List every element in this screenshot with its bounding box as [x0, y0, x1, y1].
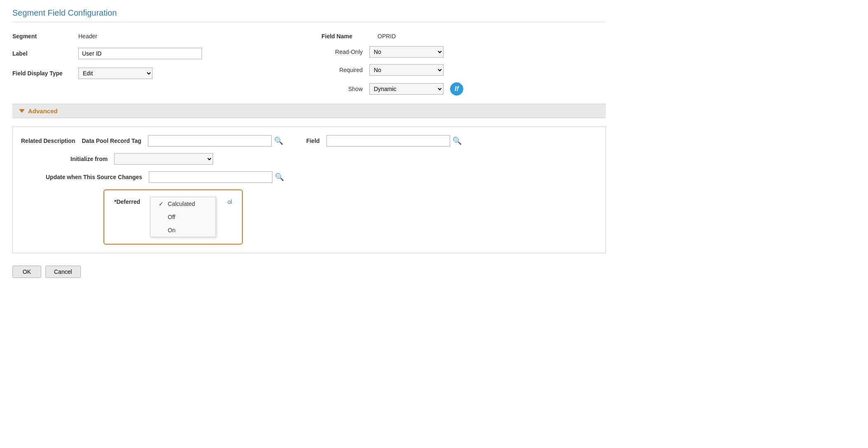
read-only-row: Read-Only No Yes [321, 46, 606, 58]
checkmark-icon: ✓ [159, 201, 164, 207]
data-pool-record-tag-wrap: 🔍 [148, 135, 283, 147]
page-container: Segment Field Configuration Segment Head… [0, 0, 618, 290]
field-display-type-select[interactable]: Edit Display Only Hidden [78, 68, 152, 79]
deferred-box: *Deferred ✓ Calculated Off [103, 189, 243, 245]
update-when-wrap: 🔍 [149, 171, 284, 183]
field-name-label: Field Name [321, 33, 371, 40]
right-col: Field Name OPRID Read-Only No Yes Requir… [321, 33, 606, 96]
deferred-option-calculated[interactable]: ✓ Calculated [150, 197, 216, 210]
deferred-option-calculated-label: Calculated [168, 201, 195, 207]
update-when-label: Update when This Source Changes [46, 174, 142, 180]
no-checkmark-on [159, 227, 164, 233]
top-row: Segment Header Label Field Display Type … [12, 33, 606, 96]
advanced-header[interactable]: Advanced [12, 104, 606, 118]
field-display-type-label: Field Display Type [12, 70, 70, 77]
field-name-row: Field Name OPRID [321, 33, 606, 40]
update-when-search-button[interactable]: 🔍 [275, 173, 284, 182]
initialize-from-row: Initialize from Option1 Option2 [21, 153, 597, 165]
deferred-label: *Deferred [114, 197, 140, 205]
left-col: Segment Header Label Field Display Type … [12, 33, 297, 79]
segment-value: Header [78, 33, 97, 40]
ol-text: ol [228, 197, 232, 205]
if-button[interactable]: If [450, 82, 463, 96]
field-display-type-row: Field Display Type Edit Display Only Hid… [12, 68, 297, 79]
deferred-container: *Deferred ✓ Calculated Off [21, 189, 597, 245]
advanced-collapse-icon [19, 109, 25, 113]
data-pool-record-tag-input[interactable] [148, 135, 272, 147]
read-only-select[interactable]: No Yes [369, 46, 443, 58]
if-icon: If [455, 85, 459, 93]
deferred-option-on[interactable]: On [150, 224, 216, 237]
required-select[interactable]: No Yes [369, 64, 443, 76]
label-row: Label [12, 48, 297, 59]
read-only-label: Read-Only [321, 49, 363, 55]
initialize-from-label: Initialize from [70, 156, 108, 162]
footer-buttons: OK Cancel [12, 266, 606, 278]
show-label: Show [321, 86, 363, 92]
advanced-section: Advanced Related Description Data Pool R… [12, 104, 606, 253]
show-row: Show Dynamic Always Never If [321, 82, 606, 96]
page-title: Segment Field Configuration [12, 8, 606, 22]
ok-button[interactable]: OK [12, 266, 41, 278]
related-desc-label: Related Description [21, 138, 75, 144]
deferred-option-off[interactable]: Off [150, 210, 216, 224]
deferred-option-off-label: Off [168, 214, 175, 220]
deferred-option-on-label: On [168, 227, 176, 233]
cancel-button[interactable]: Cancel [45, 266, 81, 278]
data-pool-search-button[interactable]: 🔍 [274, 136, 283, 145]
segment-row: Segment Header [12, 33, 297, 40]
label-input[interactable] [78, 48, 202, 59]
deferred-dropdown: ✓ Calculated Off On [150, 197, 216, 237]
advanced-content: Related Description Data Pool Record Tag… [12, 126, 606, 253]
update-when-row: Update when This Source Changes 🔍 [21, 171, 597, 183]
segment-label: Segment [12, 33, 70, 40]
advanced-title: Advanced [28, 107, 58, 114]
update-when-input[interactable] [149, 171, 272, 183]
field-adv-label: Field [306, 138, 320, 144]
related-desc-row: Related Description Data Pool Record Tag… [21, 135, 597, 147]
main-form: Segment Header Label Field Display Type … [12, 29, 606, 282]
required-row: Required No Yes [321, 64, 606, 76]
field-adv-wrap: 🔍 [326, 135, 462, 147]
show-select[interactable]: Dynamic Always Never [369, 83, 443, 95]
data-pool-record-tag-label: Data Pool Record Tag [82, 138, 141, 144]
no-checkmark-off [159, 214, 164, 220]
field-adv-input[interactable] [326, 135, 450, 147]
label-label: Label [12, 50, 70, 57]
initialize-from-select[interactable]: Option1 Option2 [114, 153, 213, 165]
required-label: Required [321, 67, 363, 73]
field-search-button[interactable]: 🔍 [453, 136, 462, 145]
field-name-value: OPRID [378, 33, 396, 40]
